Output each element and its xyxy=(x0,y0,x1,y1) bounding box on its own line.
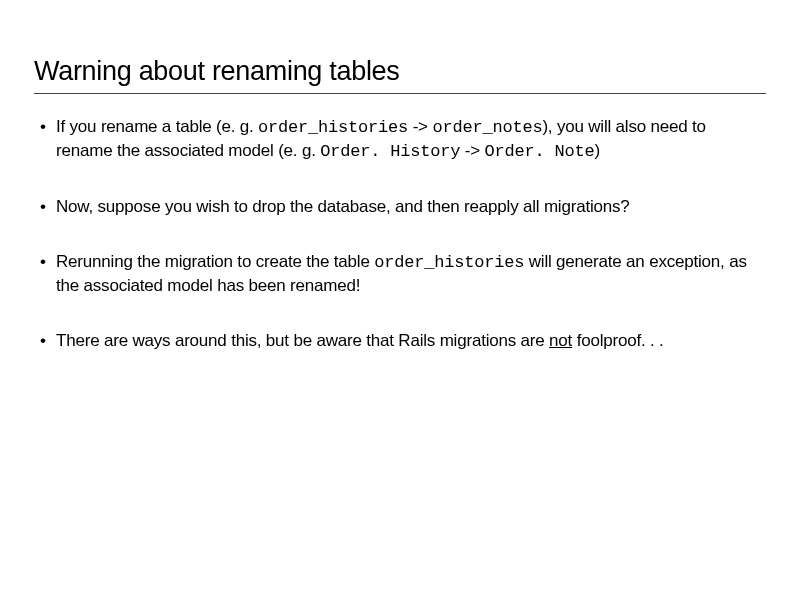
text: ) xyxy=(595,141,600,160)
bullet-list: If you rename a table (e. g. order_histo… xyxy=(34,116,766,353)
code: Order. Note xyxy=(485,142,595,161)
text: Rerunning the migration to create the ta… xyxy=(56,252,374,271)
text: -> xyxy=(460,141,484,160)
title-rule xyxy=(34,93,766,94)
code: order_histories xyxy=(374,253,524,272)
text: Now, suppose you wish to drop the databa… xyxy=(56,197,630,216)
code: Order. History xyxy=(320,142,460,161)
slide: Warning about renaming tables If you ren… xyxy=(0,0,800,353)
text: foolproof. . . xyxy=(572,331,664,350)
slide-title: Warning about renaming tables xyxy=(34,56,766,87)
bullet-item: If you rename a table (e. g. order_histo… xyxy=(34,116,766,164)
bullet-item: Rerunning the migration to create the ta… xyxy=(34,251,766,298)
text: There are ways around this, but be aware… xyxy=(56,331,549,350)
code: order_notes xyxy=(432,118,542,137)
code: order_histories xyxy=(258,118,408,137)
bullet-item: Now, suppose you wish to drop the databa… xyxy=(34,196,766,219)
text: -> xyxy=(408,117,432,136)
underlined-text: not xyxy=(549,331,572,350)
bullet-item: There are ways around this, but be aware… xyxy=(34,330,766,353)
text: If you rename a table (e. g. xyxy=(56,117,258,136)
